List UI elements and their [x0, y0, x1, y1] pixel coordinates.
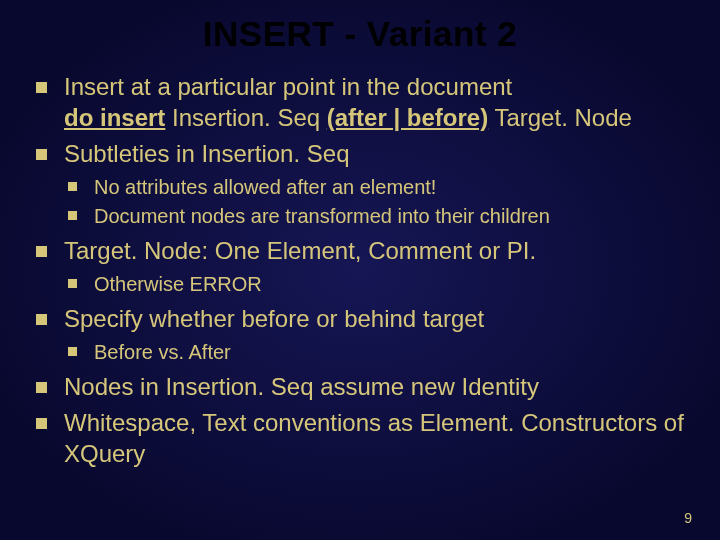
sub-bullet-doc-nodes: Document nodes are transformed into thei…	[64, 203, 690, 230]
bullet-whitespace-text: Whitespace, Text conventions as Element.…	[30, 408, 690, 469]
slide-title: INSERT - Variant 2	[30, 14, 690, 54]
keyword-do-insert: do insert	[64, 104, 165, 131]
bullet-text: Subtleties in Insertion. Seq	[64, 140, 350, 167]
bullet-list-level2: Before vs. After	[64, 339, 690, 366]
bullet-list-level2: No attributes allowed after an element! …	[64, 174, 690, 230]
bullet-subtleties: Subtleties in Insertion. Seq No attribut…	[30, 139, 690, 230]
syntax-line: do insert Insertion. Seq (after | before…	[64, 103, 690, 134]
sub-bullet-no-attributes: No attributes allowed after an element!	[64, 174, 690, 201]
page-number: 9	[684, 510, 692, 526]
bullet-text: Insert at a particular point in the docu…	[64, 73, 512, 100]
sub-bullet-otherwise-error: Otherwise ERROR	[64, 271, 690, 298]
sub-bullet-before-vs-after: Before vs. After	[64, 339, 690, 366]
bullet-list-level1: Insert at a particular point in the docu…	[30, 72, 690, 470]
slide: INSERT - Variant 2 Insert at a particula…	[0, 0, 720, 540]
syntax-target-node: Target. Node	[488, 104, 632, 131]
bullet-insert-point: Insert at a particular point in the docu…	[30, 72, 690, 133]
bullet-new-identity: Nodes in Insertion. Seq assume new Ident…	[30, 372, 690, 403]
bullet-specify-before-behind: Specify whether before or behind target …	[30, 304, 690, 366]
bullet-text: Specify whether before or behind target	[64, 305, 484, 332]
bullet-target-node: Target. Node: One Element, Comment or PI…	[30, 236, 690, 298]
bullet-text: Target. Node: One Element, Comment or PI…	[64, 237, 536, 264]
bullet-list-level2: Otherwise ERROR	[64, 271, 690, 298]
keyword-after-before: (after | before)	[327, 104, 488, 131]
syntax-insertion-seq: Insertion. Seq	[165, 104, 326, 131]
